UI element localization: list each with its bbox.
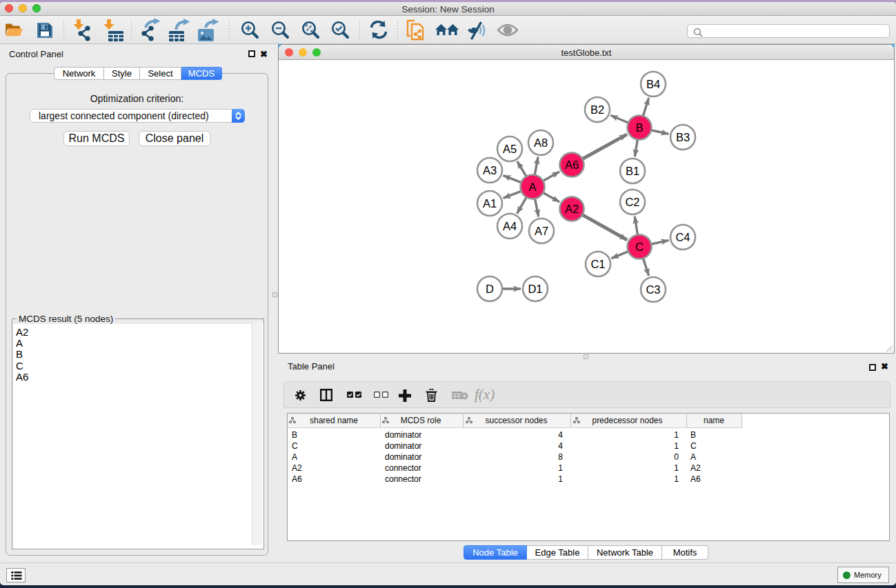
svg-text:A5: A5 [503, 143, 517, 155]
svg-text:A6: A6 [565, 159, 579, 171]
svg-text:C1: C1 [590, 258, 605, 270]
svg-text:A: A [528, 181, 536, 193]
svg-text:A1: A1 [483, 197, 497, 210]
svg-text:A7: A7 [535, 225, 548, 237]
svg-text:D: D [486, 283, 494, 295]
svg-text:B3: B3 [676, 131, 690, 143]
svg-text:C4: C4 [675, 231, 690, 243]
svg-text:C2: C2 [625, 196, 639, 208]
svg-text:C3: C3 [646, 283, 660, 296]
svg-text:C: C [635, 241, 644, 253]
svg-text:A8: A8 [534, 136, 548, 149]
svg-text:B: B [635, 121, 643, 134]
svg-text:A3: A3 [483, 164, 497, 176]
svg-text:A2: A2 [565, 203, 579, 215]
svg-text:A4: A4 [503, 220, 517, 232]
svg-text:B1: B1 [626, 165, 639, 177]
svg-text:D1: D1 [528, 283, 542, 295]
svg-text:B2: B2 [590, 103, 604, 116]
svg-text:B4: B4 [646, 78, 660, 90]
